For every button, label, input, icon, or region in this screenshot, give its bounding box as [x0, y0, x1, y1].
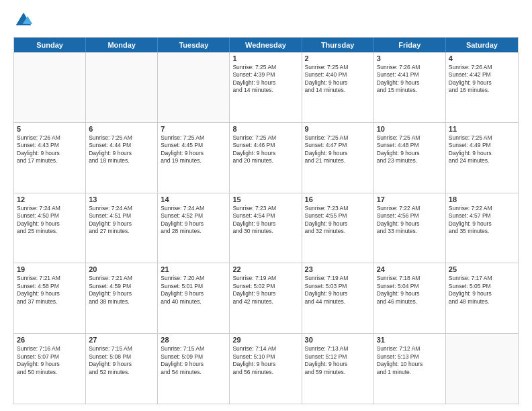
weekday-header: Friday: [374, 38, 446, 52]
calendar-body: 1Sunrise: 7:25 AM Sunset: 4:39 PM Daylig…: [14, 52, 518, 404]
day-number: 22: [232, 265, 298, 273]
calendar-row: 26Sunrise: 7:16 AM Sunset: 5:07 PM Dayli…: [14, 334, 518, 404]
day-number: 20: [89, 265, 154, 273]
day-number: 16: [305, 195, 371, 203]
calendar-cell: 24Sunrise: 7:18 AM Sunset: 5:04 PM Dayli…: [374, 263, 446, 333]
day-number: 29: [232, 336, 298, 344]
cell-info: Sunrise: 7:25 AM Sunset: 4:46 PM Dayligh…: [232, 134, 298, 165]
day-number: 24: [377, 265, 443, 273]
cell-info: Sunrise: 7:26 AM Sunset: 4:42 PM Dayligh…: [449, 64, 515, 95]
cell-info: Sunrise: 7:21 AM Sunset: 4:59 PM Dayligh…: [89, 275, 154, 306]
logo: [13, 10, 36, 30]
cell-info: Sunrise: 7:25 AM Sunset: 4:40 PM Dayligh…: [305, 64, 371, 95]
cell-info: Sunrise: 7:13 AM Sunset: 5:12 PM Dayligh…: [305, 345, 371, 376]
calendar-cell: [446, 334, 518, 404]
cell-info: Sunrise: 7:22 AM Sunset: 4:56 PM Dayligh…: [377, 205, 443, 236]
calendar-cell: 21Sunrise: 7:20 AM Sunset: 5:01 PM Dayli…: [158, 263, 230, 333]
cell-info: Sunrise: 7:26 AM Sunset: 4:41 PM Dayligh…: [377, 64, 443, 95]
cell-info: Sunrise: 7:23 AM Sunset: 4:54 PM Dayligh…: [232, 205, 298, 236]
cell-info: Sunrise: 7:24 AM Sunset: 4:50 PM Dayligh…: [17, 205, 83, 236]
weekday-header: Sunday: [14, 38, 86, 52]
day-number: 19: [17, 265, 83, 273]
cell-info: Sunrise: 7:16 AM Sunset: 5:07 PM Dayligh…: [17, 345, 83, 376]
day-number: 1: [232, 54, 298, 62]
calendar-cell: [86, 52, 158, 122]
day-number: 13: [89, 195, 154, 203]
cell-info: Sunrise: 7:23 AM Sunset: 4:55 PM Dayligh…: [305, 205, 371, 236]
calendar-cell: 11Sunrise: 7:25 AM Sunset: 4:49 PM Dayli…: [446, 123, 518, 193]
calendar-cell: 15Sunrise: 7:23 AM Sunset: 4:54 PM Dayli…: [230, 193, 302, 263]
calendar-cell: 4Sunrise: 7:26 AM Sunset: 4:42 PM Daylig…: [446, 52, 518, 122]
cell-info: Sunrise: 7:15 AM Sunset: 5:09 PM Dayligh…: [161, 345, 226, 376]
cell-info: Sunrise: 7:21 AM Sunset: 4:58 PM Dayligh…: [17, 275, 83, 306]
calendar-cell: 19Sunrise: 7:21 AM Sunset: 4:58 PM Dayli…: [14, 263, 86, 333]
day-number: 18: [449, 195, 515, 203]
day-number: 3: [377, 54, 443, 62]
cell-info: Sunrise: 7:20 AM Sunset: 5:01 PM Dayligh…: [161, 275, 226, 306]
calendar-row: 12Sunrise: 7:24 AM Sunset: 4:50 PM Dayli…: [14, 193, 518, 264]
cell-info: Sunrise: 7:25 AM Sunset: 4:44 PM Dayligh…: [89, 134, 154, 165]
calendar-cell: 26Sunrise: 7:16 AM Sunset: 5:07 PM Dayli…: [14, 334, 86, 404]
day-number: 4: [449, 54, 515, 62]
calendar-cell: 2Sunrise: 7:25 AM Sunset: 4:40 PM Daylig…: [302, 52, 374, 122]
calendar-cell: [158, 52, 230, 122]
day-number: 9: [305, 125, 371, 133]
calendar-cell: 7Sunrise: 7:25 AM Sunset: 4:45 PM Daylig…: [158, 123, 230, 193]
calendar-cell: 6Sunrise: 7:25 AM Sunset: 4:44 PM Daylig…: [86, 123, 158, 193]
weekday-header: Tuesday: [158, 38, 230, 52]
day-number: 27: [89, 336, 154, 344]
day-number: 7: [161, 125, 226, 133]
day-number: 28: [161, 336, 226, 344]
calendar-cell: 17Sunrise: 7:22 AM Sunset: 4:56 PM Dayli…: [374, 193, 446, 263]
weekday-header: Thursday: [302, 38, 374, 52]
weekday-header: Saturday: [446, 38, 518, 52]
calendar-cell: 1Sunrise: 7:25 AM Sunset: 4:39 PM Daylig…: [230, 52, 302, 122]
day-number: 12: [17, 195, 83, 203]
cell-info: Sunrise: 7:24 AM Sunset: 4:52 PM Dayligh…: [161, 205, 226, 236]
calendar-cell: 9Sunrise: 7:25 AM Sunset: 4:47 PM Daylig…: [302, 123, 374, 193]
day-number: 30: [305, 336, 371, 344]
day-number: 14: [161, 195, 226, 203]
cell-info: Sunrise: 7:17 AM Sunset: 5:05 PM Dayligh…: [449, 275, 515, 306]
calendar-row: 1Sunrise: 7:25 AM Sunset: 4:39 PM Daylig…: [14, 52, 518, 123]
day-number: 21: [161, 265, 226, 273]
calendar-cell: 20Sunrise: 7:21 AM Sunset: 4:59 PM Dayli…: [86, 263, 158, 333]
cell-info: Sunrise: 7:18 AM Sunset: 5:04 PM Dayligh…: [377, 275, 443, 306]
header: [13, 10, 519, 30]
logo-icon: [13, 10, 34, 30]
calendar-cell: 12Sunrise: 7:24 AM Sunset: 4:50 PM Dayli…: [14, 193, 86, 263]
cell-info: Sunrise: 7:26 AM Sunset: 4:43 PM Dayligh…: [17, 134, 83, 165]
calendar-row: 19Sunrise: 7:21 AM Sunset: 4:58 PM Dayli…: [14, 263, 518, 334]
calendar-cell: 14Sunrise: 7:24 AM Sunset: 4:52 PM Dayli…: [158, 193, 230, 263]
calendar-cell: 29Sunrise: 7:14 AM Sunset: 5:10 PM Dayli…: [230, 334, 302, 404]
cell-info: Sunrise: 7:25 AM Sunset: 4:47 PM Dayligh…: [305, 134, 371, 165]
cell-info: Sunrise: 7:25 AM Sunset: 4:39 PM Dayligh…: [232, 64, 298, 95]
day-number: 2: [305, 54, 371, 62]
calendar-cell: 25Sunrise: 7:17 AM Sunset: 5:05 PM Dayli…: [446, 263, 518, 333]
calendar-cell: 30Sunrise: 7:13 AM Sunset: 5:12 PM Dayli…: [302, 334, 374, 404]
day-number: 5: [17, 125, 83, 133]
cell-info: Sunrise: 7:22 AM Sunset: 4:57 PM Dayligh…: [449, 205, 515, 236]
day-number: 15: [232, 195, 298, 203]
calendar-cell: 22Sunrise: 7:19 AM Sunset: 5:02 PM Dayli…: [230, 263, 302, 333]
cell-info: Sunrise: 7:25 AM Sunset: 4:45 PM Dayligh…: [161, 134, 226, 165]
calendar-cell: 16Sunrise: 7:23 AM Sunset: 4:55 PM Dayli…: [302, 193, 374, 263]
calendar-cell: 8Sunrise: 7:25 AM Sunset: 4:46 PM Daylig…: [230, 123, 302, 193]
cell-info: Sunrise: 7:25 AM Sunset: 4:49 PM Dayligh…: [449, 134, 515, 165]
cell-info: Sunrise: 7:14 AM Sunset: 5:10 PM Dayligh…: [232, 345, 298, 376]
calendar-cell: 18Sunrise: 7:22 AM Sunset: 4:57 PM Dayli…: [446, 193, 518, 263]
calendar-row: 5Sunrise: 7:26 AM Sunset: 4:43 PM Daylig…: [14, 123, 518, 193]
calendar-cell: 13Sunrise: 7:24 AM Sunset: 4:51 PM Dayli…: [86, 193, 158, 263]
calendar-cell: [14, 52, 86, 122]
day-number: 26: [17, 336, 83, 344]
day-number: 23: [305, 265, 371, 273]
cell-info: Sunrise: 7:15 AM Sunset: 5:08 PM Dayligh…: [89, 345, 154, 376]
calendar-cell: 3Sunrise: 7:26 AM Sunset: 4:41 PM Daylig…: [374, 52, 446, 122]
weekday-header: Wednesday: [230, 38, 302, 52]
page: SundayMondayTuesdayWednesdayThursdayFrid…: [0, 0, 532, 411]
calendar-cell: 5Sunrise: 7:26 AM Sunset: 4:43 PM Daylig…: [14, 123, 86, 193]
cell-info: Sunrise: 7:19 AM Sunset: 5:03 PM Dayligh…: [305, 275, 371, 306]
cell-info: Sunrise: 7:24 AM Sunset: 4:51 PM Dayligh…: [89, 205, 154, 236]
cell-info: Sunrise: 7:12 AM Sunset: 5:13 PM Dayligh…: [377, 345, 443, 376]
cell-info: Sunrise: 7:25 AM Sunset: 4:48 PM Dayligh…: [377, 134, 443, 165]
